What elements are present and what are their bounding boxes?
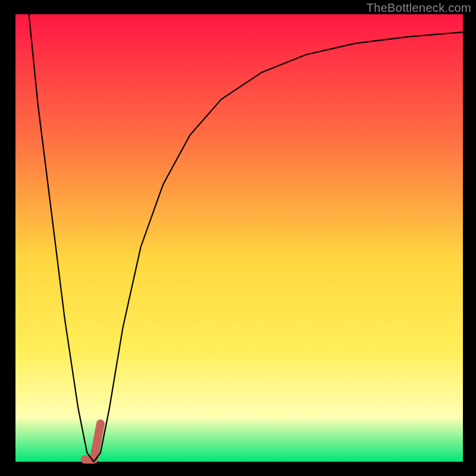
gradient-background [15,14,463,462]
chart-container: TheBottleneck.com [0,0,476,476]
bottleneck-chart [0,0,476,476]
watermark-text: TheBottleneck.com [367,1,471,15]
